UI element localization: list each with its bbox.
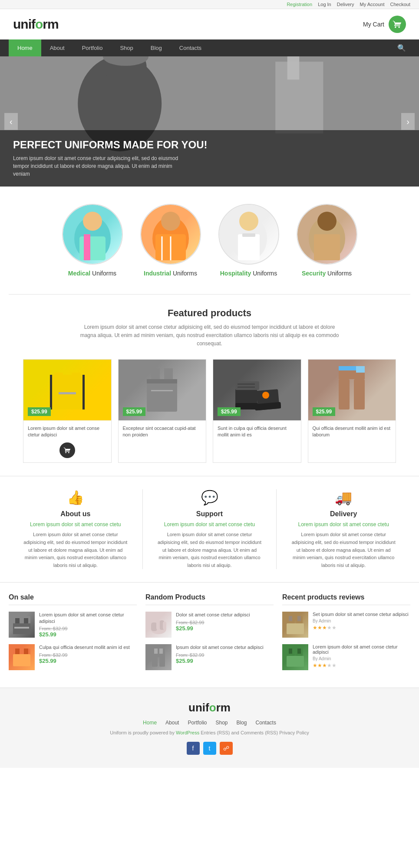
cart-label: My Cart xyxy=(363,21,384,28)
product-desc-1: Lorem ipsum dolor sit amet conse ctetur … xyxy=(23,420,111,443)
svg-point-10 xyxy=(83,212,102,231)
nav-blog[interactable]: Blog xyxy=(142,39,171,56)
svg-rect-70 xyxy=(287,623,304,634)
facebook-button[interactable]: f xyxy=(187,742,200,755)
site-logo[interactable]: uniform xyxy=(13,17,59,32)
svg-rect-76 xyxy=(289,649,292,654)
svg-rect-72 xyxy=(297,616,301,621)
nav-about[interactable]: About xyxy=(41,39,73,56)
delivery-link[interactable]: Delivery xyxy=(337,2,354,7)
rss-button[interactable]: ☍ xyxy=(220,742,233,755)
nav-contacts[interactable]: Contacts xyxy=(171,39,210,56)
random-products-column: Random Products Dolor sit amet conse cte… xyxy=(145,593,274,677)
nav-home[interactable]: Home xyxy=(9,39,41,56)
svg-rect-77 xyxy=(297,649,301,654)
svg-rect-55 xyxy=(15,649,20,655)
category-medical-image xyxy=(62,204,123,265)
site-footer: uniform Home About Portfolio Shop Blog C… xyxy=(0,688,419,768)
product-price-1: $25.99 xyxy=(28,407,51,416)
my-account-link[interactable]: My Account xyxy=(360,2,385,7)
registration-link[interactable]: Registration xyxy=(287,2,312,7)
info-support: 💬 Support Lorem ipsum dolor sit amet con… xyxy=(143,489,277,569)
category-medical-label: Medical Uniforms xyxy=(62,270,123,277)
product-price-2: $25.99 xyxy=(123,407,146,416)
twitter-button[interactable]: t xyxy=(203,742,216,755)
info-delivery-link[interactable]: Lorem ipsum dolor sit amet conse ctetu xyxy=(290,521,397,527)
svg-rect-35 xyxy=(151,390,173,391)
wordpress-link[interactable]: WordPress xyxy=(176,730,199,735)
category-security-label: Security Uniforms xyxy=(297,270,357,277)
hero-next-button[interactable]: › xyxy=(401,113,415,130)
info-about-link[interactable]: Lorem ipsum dolor sit amet conse ctetu xyxy=(22,521,129,527)
top-bar: Registration Log In Delivery My Account … xyxy=(0,0,419,9)
site-header: uniform My Cart xyxy=(0,9,419,39)
nav-shop[interactable]: Shop xyxy=(111,39,142,56)
truck-icon: 🚚 xyxy=(290,489,397,506)
bottom-section: On sale Lorem ipsum dolor sit amet conse… xyxy=(0,582,419,688)
category-hospitality[interactable]: Hospitality Uniforms xyxy=(218,204,279,277)
login-link[interactable]: Log In xyxy=(318,2,331,7)
cart-button[interactable] xyxy=(389,16,406,33)
info-about: 👍 About us Lorem ipsum dolor sit amet co… xyxy=(9,489,143,569)
random-item-1: Dolor sit amet conse ctetur adipisci Fro… xyxy=(145,612,274,638)
svg-rect-30 xyxy=(82,375,85,409)
recent-reviews-column: Recent products reviews Set ipsum dolor … xyxy=(282,593,410,677)
add-to-cart-1[interactable] xyxy=(59,442,75,458)
checkout-link[interactable]: Checkout xyxy=(390,2,410,7)
svg-rect-59 xyxy=(151,622,157,631)
footer-logo: uniform xyxy=(9,701,410,714)
category-security-image xyxy=(297,204,357,265)
svg-rect-12 xyxy=(84,234,90,260)
svg-rect-52 xyxy=(13,623,30,634)
product-price-4: $25.99 xyxy=(313,407,336,416)
search-icon[interactable]: 🔍 xyxy=(393,39,410,56)
category-security[interactable]: Security Uniforms xyxy=(297,204,357,277)
footer-nav-shop[interactable]: Shop xyxy=(215,720,228,726)
svg-point-19 xyxy=(239,212,258,231)
category-medical[interactable]: Medical Uniforms xyxy=(62,204,123,277)
svg-rect-21 xyxy=(242,233,255,237)
review-thumb-2 xyxy=(282,644,308,670)
review-item-2: Lorem ipsum dolor sit amet conse ctetur … xyxy=(282,644,410,670)
hero-prev-button[interactable]: ‹ xyxy=(4,113,18,130)
svg-rect-65 xyxy=(159,656,165,667)
category-industrial[interactable]: Industrial Uniforms xyxy=(140,204,201,277)
featured-title: Featured products xyxy=(9,308,410,319)
category-industrial-image xyxy=(140,204,201,265)
svg-rect-40 xyxy=(238,387,255,388)
footer-nav-home[interactable]: Home xyxy=(143,720,157,726)
info-section: 👍 About us Lorem ipsum dolor sit amet co… xyxy=(0,476,419,582)
svg-rect-48 xyxy=(356,366,365,373)
svg-rect-6 xyxy=(287,56,300,80)
main-nav: Home About Portfolio Shop Blog Contacts … xyxy=(0,39,419,56)
product-card-3: $25.99 Sunt in culpa qui officia deserun… xyxy=(213,359,301,463)
thumbs-up-icon: 👍 xyxy=(22,489,129,506)
footer-nav-about[interactable]: About xyxy=(165,720,179,726)
info-support-text: Lorem ipsum dolor sit amet conse ctetur … xyxy=(156,531,264,569)
social-icons: f t ☍ xyxy=(9,742,410,755)
svg-rect-75 xyxy=(287,656,304,667)
hero-section: PERFECT UNIFORMS MADE FOR YOU! Lorem ips… xyxy=(0,56,419,187)
nav-items: Home About Portfolio Shop Blog Contacts xyxy=(9,39,210,56)
svg-rect-26 xyxy=(54,373,63,386)
svg-rect-24 xyxy=(314,234,340,260)
industrial-circle-inner xyxy=(141,205,200,264)
sale-thumb-2 xyxy=(9,644,35,670)
nav-portfolio[interactable]: Portfolio xyxy=(73,39,112,56)
info-support-link[interactable]: Lorem ipsum dolor sit amet conse ctetu xyxy=(156,521,264,527)
product-image-4: $25.99 xyxy=(308,360,396,420)
info-delivery-text: Lorem ipsum dolor sit amet conse ctetur … xyxy=(290,531,397,569)
category-hospitality-label: Hospitality Uniforms xyxy=(218,270,279,277)
recent-reviews-title: Recent products reviews xyxy=(282,593,410,605)
info-about-heading: About us xyxy=(22,510,129,518)
random-info-2: Ipsum dolor sit amet conse ctetur adipis… xyxy=(176,644,264,664)
hero-overlay: PERFECT UNIFORMS MADE FOR YOU! Lorem ips… xyxy=(0,130,419,187)
category-hospitality-image xyxy=(218,204,279,265)
footer-nav: Home About Portfolio Shop Blog Contacts xyxy=(9,720,410,726)
svg-point-23 xyxy=(317,212,337,231)
footer-nav-blog[interactable]: Blog xyxy=(237,720,247,726)
svg-rect-66 xyxy=(154,649,158,654)
footer-nav-contacts[interactable]: Contacts xyxy=(256,720,276,726)
footer-nav-portfolio[interactable]: Portfolio xyxy=(188,720,207,726)
sale-item-1: Lorem ipsum dolor sit amet conse ctetur … xyxy=(9,612,137,638)
